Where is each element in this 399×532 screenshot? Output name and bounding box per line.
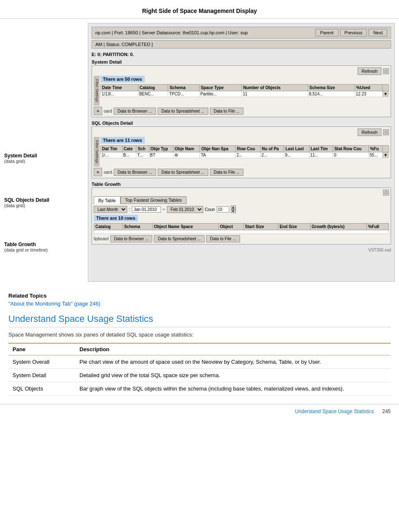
table-growth-label-sub: (data grid or timeline) xyxy=(4,247,88,252)
sql-objects-grid-area: Filter Settings There are 11 rows Dat Ti… xyxy=(94,137,389,167)
sd-data-browser-btn[interactable]: Data to Browser ... xyxy=(114,108,156,115)
system-detail-minimize-icon[interactable]: □ xyxy=(383,68,389,74)
sd-clipboard-label: oard xyxy=(104,109,112,113)
status-text: AM | Status: COMPLETED ] xyxy=(95,42,153,47)
footer-section-title: Understand Space Usage Statistics xyxy=(295,409,374,414)
table-row: 1/... B... T... BT ⚙ TA 2... 2... 9... xyxy=(101,152,389,158)
sql-objects-table: Dat Tim Cate Sch Obje Typ Obje Nam Obje … xyxy=(100,145,389,158)
parent-button[interactable]: Parent xyxy=(315,29,338,36)
tg-col-end-size: End Size xyxy=(278,224,310,230)
system-detail-panel: Refresh □ Filter Settings There are 50 r… xyxy=(92,65,391,117)
tg-clipboard-label: lipboard xyxy=(94,236,109,241)
so-data-file-btn[interactable]: Data to File ... xyxy=(210,169,243,176)
sd-data-file-btn[interactable]: Data to File ... xyxy=(210,108,243,115)
understand-section-heading: Understand Space Usage Statistics xyxy=(8,314,391,327)
sd-col-date: Date Time xyxy=(101,85,138,91)
table-header-desc: Description xyxy=(75,343,391,355)
table-row: System Overall Pie chart view of the amo… xyxy=(8,355,391,369)
sql-objects-label-title: SQL Objects Detail xyxy=(4,197,88,203)
tg-data-file-btn[interactable]: Data to File ... xyxy=(206,235,240,242)
description-table: Pane Description System Overall Pie char… xyxy=(8,343,391,396)
label-system-detail: System Detail (data grid) xyxy=(0,153,88,164)
sd-col-schema: Schema xyxy=(168,85,199,91)
tg-minimize-icon[interactable]: □ xyxy=(383,190,389,195)
system-detail-label-title: System Detail xyxy=(4,153,88,159)
tg-col-object: Object xyxy=(218,224,243,230)
table-row: SQL Objects Bar graph view of the SQL ob… xyxy=(8,382,391,396)
sd-col-pct-used: %Used xyxy=(355,85,382,91)
tg-row-count: There are 10 rows xyxy=(94,215,138,221)
bottom-content: Related Topics "About the Monitoring Tab… xyxy=(0,286,399,400)
tg-tab-top-fastest[interactable]: Top Fastest Growing Tables xyxy=(120,196,187,204)
so-col-last1: Last Last xyxy=(284,146,309,152)
sd-cell-pct-used: 12.23 xyxy=(355,91,382,97)
tg-col-start-size: Start Size xyxy=(243,224,278,230)
so-data-browser-btn[interactable]: Data to Browser ... xyxy=(114,169,156,176)
path-label: E: 0; PARTITION: 0. xyxy=(92,52,391,57)
top-bar-buttons: Parent Previous Next xyxy=(315,29,387,36)
system-detail-filter-col: Filter Settings xyxy=(94,76,100,105)
tg-date1-input[interactable] xyxy=(132,206,161,213)
sql-objects-panel-header: Refresh □ xyxy=(94,129,389,136)
sql-objects-actions: » oard Data to Browser ... Data to Sprea… xyxy=(94,168,389,176)
table-growth-table: Catalog Schema Object Name Space Object … xyxy=(94,223,389,234)
so-cell-stat-row: 0 xyxy=(333,152,368,158)
tg-spin-up[interactable]: ▲ xyxy=(231,206,236,209)
so-col-pct-fu: %Fu xyxy=(368,146,382,152)
page-title-area: Right Side of Space Management Display xyxy=(0,0,399,19)
previous-button[interactable]: Previous xyxy=(340,29,367,36)
table-header-pane: Pane xyxy=(8,343,75,355)
system-detail-label-sub: (data grid) xyxy=(4,159,88,164)
system-detail-refresh-btn[interactable]: Refresh xyxy=(358,67,381,75)
table-growth-section-label: Table Growth xyxy=(92,182,391,187)
tg-tabs: By Table Top Fastest Growing Tables xyxy=(94,196,389,204)
sql-objects-panel: Refresh □ Filter Settings There are 11 r… xyxy=(92,126,391,178)
sd-arrow-btn[interactable]: » xyxy=(94,107,102,115)
so-cell-sch: T... xyxy=(136,152,149,158)
system-detail-section-label: System Detail xyxy=(92,59,391,64)
pane-cell: System Overall xyxy=(8,355,75,369)
tg-spin-down[interactable]: ▼ xyxy=(231,209,236,213)
tg-empty-row xyxy=(94,230,389,234)
label-sql-objects: SQL Objects Detail (data grid) xyxy=(0,197,88,208)
sd-col-space-type: Space Type xyxy=(199,85,242,91)
tg-col-catalog: Catalog xyxy=(94,224,123,230)
so-col-cate: Cate xyxy=(122,146,136,152)
sd-data-spreadsheet-btn[interactable]: Data to Spreadsheet ... xyxy=(158,108,208,115)
main-content: System Detail (data grid) SQL Objects De… xyxy=(0,19,399,286)
tg-data-spreadsheet-btn[interactable]: Data to Spreadsheet ... xyxy=(154,235,205,242)
table-growth-label-title: Table Growth xyxy=(4,242,88,247)
tg-count-label: Coun xyxy=(205,207,215,212)
so-col-obje-type: Obje Typ xyxy=(149,146,173,152)
tg-data-browser-btn[interactable]: Data to Browser ... xyxy=(110,235,153,242)
next-button[interactable]: Next xyxy=(368,29,387,36)
system-detail-actions: » oard Data to Browser ... Data to Sprea… xyxy=(94,107,389,115)
tg-col-obj-name-space: Object Name Space xyxy=(152,224,218,230)
tg-actions: lipboard Data to Browser ... Data to Spr… xyxy=(94,235,389,242)
so-cell-obje-nam: ⚙ xyxy=(173,152,200,158)
so-cell-pct-fu: 55... xyxy=(368,152,382,158)
so-data-spreadsheet-btn[interactable]: Data to Spreadsheet ... xyxy=(158,169,208,176)
sd-col-catalog: Catalog xyxy=(138,85,168,91)
tg-col-schema: Schema xyxy=(123,224,152,230)
status-bar: AM | Status: COMPLETED ] xyxy=(92,40,391,49)
sql-objects-refresh-btn[interactable]: Refresh xyxy=(358,129,381,136)
pane-cell: System Detail xyxy=(8,369,75,382)
sd-cell-space-type: Partitio... xyxy=(199,91,242,97)
tg-period-select[interactable]: Last Month xyxy=(94,206,127,213)
so-col-sch: Sch xyxy=(136,146,149,152)
so-cell-last1: 9... xyxy=(284,152,309,158)
so-arrow-btn[interactable]: » xyxy=(94,168,102,176)
tg-col-growth: Growth (bytes/s) xyxy=(310,224,366,230)
tg-date2-select[interactable]: Feb 01.2010 xyxy=(167,206,203,213)
sd-cell-num-objects: 11 xyxy=(242,91,308,97)
sql-objects-minimize-icon[interactable]: □ xyxy=(383,129,389,135)
vst-label: VST300.vsd xyxy=(92,248,391,252)
system-detail-grid-area: Filter Settings There are 50 rows Date T… xyxy=(94,76,389,105)
tg-tab-by-table[interactable]: By Table xyxy=(94,196,120,204)
system-detail-grid-wrapper: There are 50 rows Date Time Catalog Sche… xyxy=(100,76,389,105)
related-topics: Related Topics "About the Monitoring Tab… xyxy=(8,293,391,307)
tg-count-input[interactable] xyxy=(217,206,229,213)
related-topics-link[interactable]: "About the Monitoring Tab" (page 246) xyxy=(8,301,100,307)
table-row: 1/13/... BENC... TPCD... Partitio... 11 … xyxy=(101,91,389,97)
